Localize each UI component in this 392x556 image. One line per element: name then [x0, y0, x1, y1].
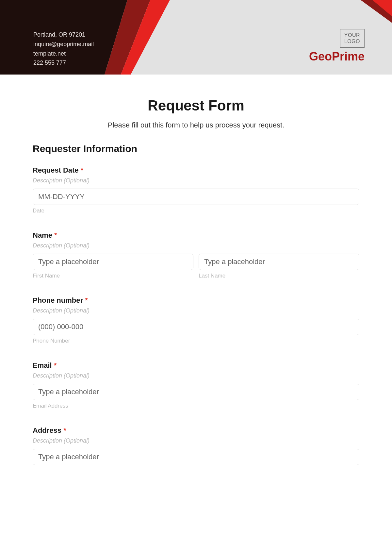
logo-placeholder-line2: LOGO — [344, 38, 360, 44]
document-header: Portland, OR 97201 inquire@geoprime.mail… — [0, 0, 392, 75]
label-email: Email * — [33, 361, 359, 370]
contact-email: inquire@geoprime.mail — [33, 40, 94, 49]
brand-block: YOUR LOGO GeoPrime — [309, 29, 365, 63]
section-title-requester-info: Requester Information — [33, 143, 359, 154]
field-request-date: Request Date * Description (Optional) Da… — [33, 166, 359, 214]
label-phone: Phone number * — [33, 296, 359, 305]
required-mark: * — [81, 166, 84, 174]
field-email: Email * Description (Optional) Email Add… — [33, 361, 359, 409]
required-mark: * — [54, 231, 57, 239]
required-mark: * — [85, 296, 88, 304]
label-text-address: Address — [33, 426, 61, 434]
page-subtitle: Please fill out this form to help us pro… — [33, 121, 359, 129]
desc-email: Description (Optional) — [33, 372, 359, 379]
logo-placeholder-line1: YOUR — [344, 32, 360, 38]
input-first-name[interactable] — [33, 254, 193, 270]
field-phone: Phone number * Description (Optional) Ph… — [33, 296, 359, 344]
required-mark: * — [54, 361, 57, 369]
label-text-email: Email — [33, 361, 52, 369]
contact-phone: 222 555 777 — [33, 58, 94, 68]
label-text-request-date: Request Date — [33, 166, 79, 174]
input-address[interactable] — [33, 449, 359, 465]
label-text-name: Name — [33, 231, 52, 239]
required-mark: * — [63, 426, 66, 434]
desc-name: Description (Optional) — [33, 242, 359, 249]
desc-phone: Description (Optional) — [33, 307, 359, 314]
contact-info: Portland, OR 97201 inquire@geoprime.mail… — [33, 30, 94, 68]
input-last-name[interactable] — [199, 254, 359, 270]
label-text-phone: Phone number — [33, 296, 83, 304]
contact-address: Portland, OR 97201 — [33, 30, 94, 40]
field-address: Address * Description (Optional) — [33, 426, 359, 465]
field-name: Name * Description (Optional) First Name… — [33, 231, 359, 279]
sublabel-last-name: Last Name — [199, 273, 359, 279]
sublabel-phone: Phone Number — [33, 338, 359, 344]
sublabel-request-date: Date — [33, 208, 359, 214]
input-email[interactable] — [33, 384, 359, 400]
input-request-date[interactable] — [33, 189, 359, 205]
input-phone[interactable] — [33, 319, 359, 335]
sublabel-email: Email Address — [33, 403, 359, 409]
desc-request-date: Description (Optional) — [33, 177, 359, 184]
logo-placeholder: YOUR LOGO — [340, 29, 365, 48]
form-page: Request Form Please fill out this form t… — [0, 75, 392, 556]
label-name: Name * — [33, 231, 359, 240]
label-address: Address * — [33, 426, 359, 435]
contact-website: template.net — [33, 49, 94, 59]
page-title: Request Form — [33, 97, 359, 114]
label-request-date: Request Date * — [33, 166, 359, 175]
brand-name: GeoPrime — [309, 50, 365, 63]
desc-address: Description (Optional) — [33, 437, 359, 444]
sublabel-first-name: First Name — [33, 273, 193, 279]
